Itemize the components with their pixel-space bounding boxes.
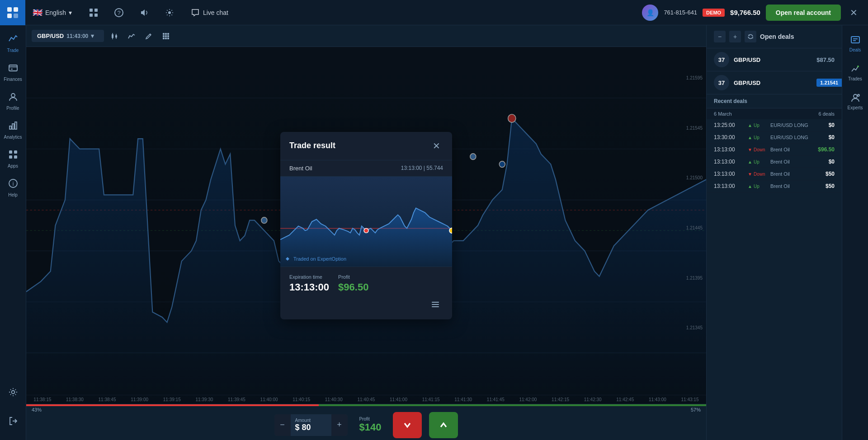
flag-icon: 🇬🇧 [33,8,42,18]
sidebar-item-logout[interactable] [0,407,26,436]
svg-rect-46 [163,37,165,39]
gear-icon [8,387,18,399]
deal-dir-2: ▼ Down [748,147,766,152]
svg-rect-21 [14,155,17,159]
buy-button[interactable] [429,412,458,438]
deals-refresh-button[interactable] [745,31,756,42]
experts-label: Experts [848,105,863,110]
profit-display-label: Profit [359,417,382,421]
svg-rect-3 [14,14,18,18]
draw-tool[interactable] [142,29,156,43]
deal-time-5: 13:13:00 [714,183,743,189]
amount-value: $ 80 [295,423,327,432]
sidebar-item-apps[interactable]: Apps [0,145,26,173]
svg-rect-18 [9,150,12,154]
bottom-bar: 43% 57% − Amount $ 80 + Profit $140 [26,404,706,440]
timeframe-label: 11:43:00 [66,33,88,39]
deals-title: Open deals [760,33,835,40]
svg-rect-66 [432,306,439,307]
right-panel-trades[interactable]: Trades [842,58,868,87]
amount-display: Amount $ 80 [291,416,331,434]
sidebar-item-profile[interactable]: Profile [0,87,26,116]
open-account-button[interactable]: Open real account [766,5,841,21]
open-deal-2: 37 GBP/USD $0 1.21541 [707,71,842,94]
deal-dir-1: ▲ Up [748,135,766,140]
chart-toolbar: GBP/USD 11:43:00 ▾ [26,25,706,47]
chart-type-candlestick[interactable] [108,29,121,43]
svg-rect-20 [9,155,12,159]
question-icon[interactable]: ? [112,5,126,20]
sidebar-item-settings[interactable] [0,379,26,407]
svg-text:?: ? [117,9,120,16]
svg-rect-25 [851,37,859,43]
deal-asset-0: EUR/USD LONG [770,122,824,128]
right-panel-experts[interactable]: Experts [842,87,868,116]
sidebar-item-finances[interactable]: Finances [0,58,26,87]
deal-amount-1: $0 [829,134,835,140]
modal-footer-top: Expiration time 13:13:00 Profit $96.50 [289,274,443,293]
deal-pair-1: GBP/USD [734,56,812,63]
recent-title: Recent deals [714,98,747,104]
finances-icon [8,63,18,75]
volume-icon[interactable] [137,5,151,20]
deal-time-0: 13:25:00 [714,122,743,128]
deal-asset-1: EUR/USD LONG [770,135,824,140]
svg-point-24 [11,390,14,393]
svg-rect-15 [9,126,11,129]
chart-type-line[interactable] [125,29,138,43]
modal-close-button[interactable]: ✕ [429,139,443,153]
sidebar-item-help[interactable]: i Help [0,173,26,202]
svg-rect-42 [167,33,169,35]
svg-rect-7 [94,14,98,17]
symbol-selector[interactable]: GBP/USD 11:43:00 ▾ [32,30,104,42]
profit-field-label: Profit [338,274,368,280]
modal-menu-button[interactable] [428,297,443,312]
apps-label: Apps [8,164,18,169]
modal-info: Brent Oil 13:13:00 | 55.744 [280,160,452,177]
deal-time-3: 13:13:00 [714,159,743,165]
amount-control: − Amount $ 80 + [274,414,348,436]
trade-result-modal: Trade result ✕ Brent Oil 13:13:00 | 55.7… [280,132,452,319]
language-selector[interactable]: 🇬🇧 English ▾ [25,8,79,18]
svg-rect-65 [432,304,439,305]
chevron-icon: ▾ [91,33,94,39]
sidebar-bottom [0,379,26,440]
trade-label: Trade [7,48,19,53]
price-tag: 1.21541 [816,79,842,87]
help-label: Help [8,192,18,197]
logo[interactable] [0,0,25,25]
livechat-button[interactable]: Live chat [188,9,232,17]
deals-icon [850,35,860,46]
right-panel-deals[interactable]: Deals [842,29,868,58]
indicators-tool[interactable] [159,29,173,43]
sidebar: Trade Finances Profile Analytics [0,25,26,440]
close-button[interactable]: ✕ [846,5,861,20]
svg-rect-4 [90,9,93,12]
progress-right-label: 57% [691,407,701,412]
trade-icon [8,34,18,46]
demo-badge: DEMO [703,9,725,17]
svg-point-30 [858,94,859,96]
modal-header: Trade result ✕ [280,132,452,160]
deals-plus-button[interactable]: + [729,31,741,42]
amount-decrease-button[interactable]: − [274,414,291,436]
svg-rect-16 [12,124,14,129]
recent-deal-1: 13:30:00 ▲ Up EUR/USD LONG $0 [707,131,842,144]
analytics-icon [8,121,18,133]
sidebar-item-trade[interactable]: Trade [0,29,26,58]
profit-field: Profit $96.50 [338,274,368,293]
modal-branding: Traded on ExpertOption [285,256,346,262]
svg-rect-44 [165,35,167,37]
settings-icon[interactable] [162,5,177,20]
deals-minus-button[interactable]: − [714,31,726,42]
progress-left-label: 43% [32,407,42,412]
grid-icon[interactable] [86,5,101,20]
deal-amount-3: $0 [829,159,835,165]
sidebar-item-analytics[interactable]: Analytics [0,116,26,145]
sell-button[interactable] [393,412,422,438]
amount-increase-button[interactable]: + [331,414,348,436]
profit-value: $96.50 [338,281,368,293]
svg-rect-48 [167,37,169,39]
deals-panel: − + Open deals 37 GBP/USD $87.50 37 GBP/… [706,25,842,440]
svg-rect-2 [7,14,12,18]
